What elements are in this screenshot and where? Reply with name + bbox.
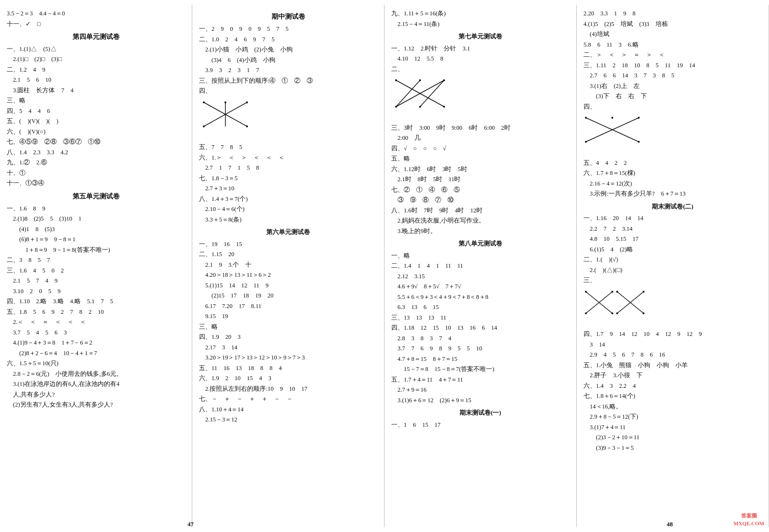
svg-point-16 (419, 106, 421, 108)
svg-point-31 (585, 312, 587, 314)
svg-point-17 (443, 106, 445, 108)
page-number-left: 47 (187, 520, 194, 528)
svg-point-29 (585, 291, 587, 293)
svg-point-13 (419, 79, 421, 81)
svg-point-15 (395, 106, 397, 108)
midterm-title: 期中测试卷 (199, 12, 377, 22)
svg-point-34 (643, 291, 645, 293)
svg-point-33 (616, 291, 618, 293)
svg-point-21 (611, 117, 613, 119)
svg-point-20 (585, 117, 587, 119)
svg-point-3 (203, 101, 205, 103)
svg-point-7 (246, 125, 248, 127)
col3-content: 九、1.11＋5＝16(条) 2.15－4＝11(条) 第七单元测试卷一、1.1… (391, 9, 570, 430)
page-container: 3.5－2＝3 4.4－4＝0十一、✓ □第四单元测试卷一、1.(1)△ (5)… (0, 0, 769, 532)
cross-diagram-col4 (583, 113, 641, 147)
cross-diagram-col3 (391, 75, 449, 111)
svg-line-11 (420, 80, 444, 107)
svg-point-35 (616, 312, 618, 314)
svg-point-12 (395, 79, 397, 81)
watermark: 答案圈MXQE.COM (733, 512, 764, 527)
column-2: 期中测试卷 一、2 9 0 9 0 9 5 7 5 二、1.0 2 4 6 9 … (192, 5, 384, 527)
svg-point-22 (638, 117, 640, 119)
svg-point-36 (643, 312, 645, 314)
svg-point-30 (611, 291, 613, 293)
cross-diagram2-col4 (583, 287, 646, 318)
svg-point-5 (246, 101, 248, 103)
column-3: 九、1.11＋5＝16(条) 2.15－4＝11(条) 第七单元测试卷一、1.1… (384, 5, 577, 527)
svg-point-32 (611, 312, 613, 314)
column-4: 2.20 3.3 1 9 8 4.(1)5 (2)5 培斌 (3)3 培栋 (4… (577, 5, 769, 527)
column-1: 3.5－2＝3 4.4－4＝0十一、✓ □第四单元测试卷一、1.(1)△ (5)… (0, 5, 192, 527)
svg-line-10 (396, 80, 420, 107)
page-number-right: 48 (667, 520, 673, 528)
cross-diagram-col2 (199, 98, 252, 131)
svg-point-4 (224, 101, 226, 103)
col4-content: 2.20 3.3 1 9 8 4.(1)5 (2)5 培斌 (3)3 培栋 (4… (583, 9, 762, 453)
svg-point-6 (203, 125, 205, 127)
col2-content: 一、2 9 0 9 0 9 5 7 5 二、1.0 2 4 6 9 7 5 2.… (199, 24, 377, 425)
col1-content: 3.5－2＝3 4.4－4＝0十一、✓ □第四单元测试卷一、1.(1)△ (5)… (7, 9, 185, 410)
svg-point-14 (443, 79, 445, 81)
svg-point-23 (585, 141, 587, 143)
svg-point-24 (638, 141, 640, 143)
